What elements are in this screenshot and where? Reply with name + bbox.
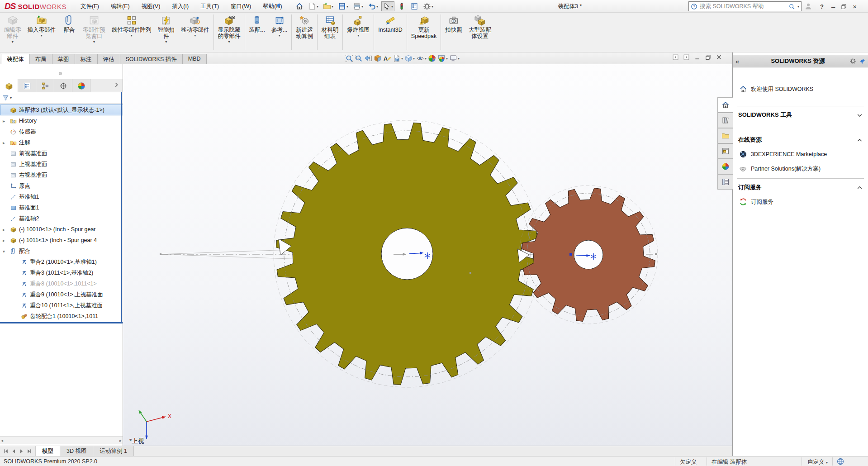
hide-show-items-button[interactable]: ▾ — [416, 54, 427, 62]
task-pane-link[interactable]: 3DEXPERIENCE Marketplace — [739, 150, 863, 158]
print-button[interactable]: ▾ — [351, 1, 365, 11]
undo-button[interactable]: ▾ — [366, 1, 379, 11]
filter-funnel-icon[interactable] — [2, 95, 9, 101]
customize-status-button[interactable]: 自定义 ▾ — [807, 458, 828, 466]
view-orientation-button[interactable]: ▾ — [393, 54, 403, 62]
dropdown-caret[interactable]: ▾ — [317, 5, 318, 9]
expand-arrow-icon[interactable]: ▸ — [3, 119, 7, 124]
restore-button[interactable] — [840, 3, 847, 10]
file-explorer-tab[interactable] — [717, 128, 733, 143]
chevron-up-icon[interactable] — [856, 184, 863, 191]
ribbon-button-6[interactable]: 智能扣件▾ — [155, 14, 178, 52]
tree-item-9[interactable]: 基准轴1 — [0, 191, 123, 202]
search-icon[interactable] — [788, 3, 795, 10]
ribbon-button-8[interactable]: 显示隐藏的零部件▾ — [215, 14, 244, 52]
tree-item-11[interactable]: 基准轴2 — [0, 213, 123, 224]
help-icon[interactable]: ? — [818, 2, 826, 10]
ribbon-button-3[interactable]: 配合 — [59, 14, 80, 52]
menu-item-3[interactable]: 视图(V) — [142, 3, 161, 10]
configurationmanager-tab[interactable] — [36, 79, 54, 92]
dropdown-caret[interactable]: ▾ — [361, 5, 363, 9]
rollback-bar[interactable] — [0, 322, 123, 323]
view-settings-button[interactable]: ▾ — [449, 54, 460, 62]
search-dropdown-caret[interactable]: ▾ — [797, 5, 799, 9]
tree-item-12[interactable]: ▸(-) 10010<1> (Inch - Spur gear — [0, 224, 123, 235]
tree-item-1[interactable]: 装配体3 (默认<默认_显示状态-1>) — [0, 105, 123, 115]
custom-properties-tab[interactable] — [717, 174, 733, 190]
ribbon-button-9[interactable]: 装配... — [246, 14, 268, 52]
dropdown-caret[interactable]: ▾ — [425, 57, 427, 61]
ribbon-button-15[interactable]: 更新Speedpak — [408, 14, 440, 52]
propertymanager-tab[interactable] — [18, 79, 36, 92]
home-button[interactable] — [294, 1, 305, 11]
tree-item-20[interactable]: 齿轮配合1 (10010<1>,1011 — [0, 311, 123, 322]
design-library-tab[interactable] — [717, 113, 733, 128]
tree-item-14[interactable]: ▾配合 — [0, 246, 123, 257]
tree-item-2[interactable]: ▸History — [0, 115, 123, 126]
zoom-area-button[interactable] — [355, 54, 363, 62]
user-account-icon[interactable] — [804, 2, 812, 10]
collapse-arrow-icon[interactable]: ▾ — [3, 249, 7, 254]
nav-next-icon[interactable] — [18, 448, 25, 455]
tree-item-19[interactable]: 重合10 (1011<1>,上视基准面 — [0, 300, 123, 311]
command-tab-4[interactable]: 标注 — [75, 54, 98, 64]
doc-minimize-icon[interactable] — [694, 54, 701, 61]
expand-arrow-icon[interactable]: ▸ — [3, 227, 7, 232]
select-cursor-button[interactable]: ▾ — [381, 1, 394, 11]
section-header[interactable]: 在线资源 — [738, 136, 863, 144]
previous-view-button[interactable] — [364, 54, 372, 62]
panel-splitter-handle[interactable] — [59, 72, 62, 75]
tree-item-4[interactable]: ▸A注解 — [0, 137, 123, 148]
ribbon-button-13[interactable]: 爆炸视图▾ — [344, 14, 373, 52]
tree-item-6[interactable]: 上视基准面 — [0, 159, 123, 170]
new-doc-button[interactable]: ▾ — [307, 1, 320, 11]
tree-item-13[interactable]: ▸(-) 1011<1> (Inch - Spur gear 4 — [0, 235, 123, 246]
menu-pin-icon[interactable] — [275, 2, 282, 9]
menu-item-1[interactable]: 文件(F) — [81, 3, 99, 10]
command-tab-5[interactable]: 评估 — [97, 54, 120, 64]
pane-left-icon[interactable] — [672, 54, 679, 61]
nav-first-icon[interactable] — [3, 448, 9, 455]
tree-item-17[interactable]: 重合8 (10010<1>,1011<1> — [0, 278, 123, 289]
filter-dropdown-caret[interactable]: ▾ — [10, 96, 12, 100]
welcome-link[interactable]: 欢迎使用 SOLIDWORKS — [739, 85, 813, 93]
panel-expand-chevron-icon[interactable] — [113, 81, 120, 88]
tree-item-8[interactable]: 原点 — [0, 181, 123, 191]
section-view-button[interactable] — [374, 54, 382, 62]
command-tab-3[interactable]: 草图 — [52, 54, 75, 64]
rebuild-traffic-button[interactable] — [396, 1, 407, 11]
dropdown-caret[interactable]: ▾ — [332, 5, 333, 9]
dropdown-caret[interactable]: ▾ — [391, 5, 393, 9]
dropdown-caret[interactable]: ▾ — [41, 33, 43, 38]
dropdown-caret[interactable]: ▾ — [432, 5, 433, 9]
search-box[interactable]: ? 搜索 SOLIDWORKS 帮助 ▾ — [688, 1, 802, 11]
dropdown-caret[interactable]: ▾ — [376, 5, 378, 9]
ribbon-button-5[interactable]: 线性零部件阵列▾ — [109, 14, 155, 52]
ribbon-button-16[interactable]: 拍快照 — [442, 14, 465, 52]
dropdown-caret[interactable]: ▾ — [413, 57, 415, 61]
command-tab-6[interactable]: SOLIDWORKS 插件 — [120, 54, 183, 64]
dropdown-caret[interactable]: ▾ — [12, 40, 14, 44]
menu-item-5[interactable]: 工具(T) — [200, 3, 219, 10]
doc-restore-icon[interactable] — [705, 54, 711, 61]
tree-item-16[interactable]: 重合3 (1011<1>,基准轴2) — [0, 267, 123, 278]
tree-item-10[interactable]: 基准面1 — [0, 202, 123, 213]
tree-item-3[interactable]: 传感器 — [0, 126, 123, 137]
dropdown-caret[interactable]: ▾ — [228, 40, 230, 44]
dropdown-caret[interactable]: ▾ — [279, 33, 280, 38]
tree-item-18[interactable]: 重合9 (10010<1>,上视基准面 — [0, 289, 123, 300]
featuremanager-tab[interactable] — [0, 79, 18, 92]
chevron-up-icon[interactable] — [856, 137, 863, 143]
appearances-tab[interactable] — [717, 159, 733, 174]
dropdown-caret[interactable]: ▾ — [194, 33, 196, 38]
document-tab-3[interactable]: 运动算例 1 — [93, 446, 133, 456]
menu-item-2[interactable]: 编辑(E) — [111, 3, 130, 10]
scroll-left-icon[interactable]: ◂ — [1, 438, 3, 443]
dropdown-caret[interactable]: ▾ — [458, 57, 460, 61]
open-button[interactable]: ▾ — [322, 1, 335, 11]
tree-filter-bar[interactable]: ▾ — [0, 92, 123, 104]
taskpane-home-tab[interactable] — [717, 97, 733, 113]
dropdown-caret[interactable]: ▾ — [93, 40, 95, 44]
tree-item-5[interactable]: 前视基准面 — [0, 148, 123, 159]
dimxpert-tab[interactable] — [54, 79, 72, 92]
